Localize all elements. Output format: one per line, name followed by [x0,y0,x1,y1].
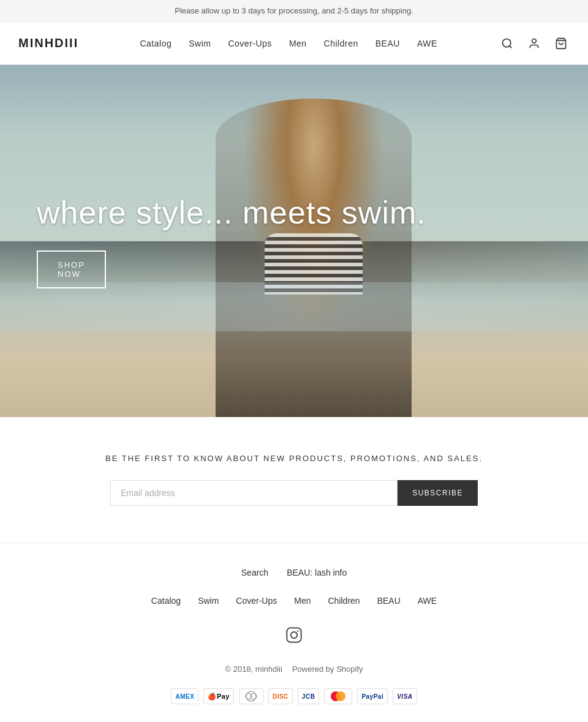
svg-point-6 [297,630,298,631]
shop-btn-line1: SHOP [58,260,85,269]
search-button[interactable] [499,35,516,52]
payment-apple-pay: 🍎Pay [203,688,234,704]
svg-point-7 [246,691,256,701]
payment-jcb: JCB [298,688,320,704]
nav-catalog[interactable]: Catalog [140,39,172,48]
search-icon [501,37,513,50]
shop-btn-line2: NOW [58,269,81,279]
hero-water [0,282,588,331]
email-input[interactable] [110,480,398,506]
svg-rect-4 [287,628,301,642]
header-icons [499,35,570,52]
mastercard-icon [328,690,348,702]
nav-awe[interactable]: AWE [417,39,437,48]
payment-amex: AMEX [171,688,198,704]
hero-section: where style... meets swim. SHOP NOW [0,65,588,417]
nav-swim[interactable]: Swim [189,39,211,48]
hero-content: where style... meets swim. SHOP NOW [0,194,588,288]
payment-paypal: PayPal [357,688,388,704]
login-button[interactable] [526,35,543,52]
payment-diners [239,688,263,704]
copyright-text: © 2018, minhdiii [225,664,282,674]
site-footer: Search BEAU: lash info Catalog Swim Cove… [0,543,588,722]
footer-nav-men[interactable]: Men [294,596,311,606]
announcement-bar: Please allow up to 3 days for processing… [0,0,588,22]
payment-icons: AMEX 🍎Pay DISC JCB PayPal VISA [12,688,576,704]
person-icon [528,37,540,50]
nav-men[interactable]: Men [289,39,307,48]
hero-title: where style... meets swim. [37,194,551,231]
site-logo[interactable]: MINHDIII [18,36,78,50]
cart-icon [555,37,567,50]
payment-discover: DISC [268,688,293,704]
footer-link-search[interactable]: Search [241,568,268,577]
instagram-icon [285,626,303,644]
footer-bottom-links: Catalog Swim Cover-Ups Men Children BEAU… [12,596,576,606]
footer-nav-catalog[interactable]: Catalog [151,596,181,606]
nav-children[interactable]: Children [324,39,358,48]
social-icons [12,624,576,646]
site-header: MINHDIII Catalog Swim Cover-Ups Men Chil… [0,22,588,65]
cart-button[interactable] [552,35,570,52]
svg-line-1 [510,45,512,48]
footer-nav-children[interactable]: Children [328,596,360,606]
svg-point-0 [503,39,511,47]
nav-beau[interactable]: BEAU [375,39,400,48]
shop-now-button[interactable]: SHOP NOW [37,250,106,288]
footer-nav-beau[interactable]: BEAU [377,596,401,606]
main-nav: Catalog Swim Cover-Ups Men Children BEAU… [140,39,437,48]
payment-visa: VISA [393,688,417,704]
footer-copyright: © 2018, minhdiii Powered by Shopify [12,664,576,674]
instagram-link[interactable] [283,624,305,646]
newsletter-form: SUBSCRIBE [110,480,478,506]
svg-point-11 [336,691,345,701]
footer-top-links: Search BEAU: lash info [12,568,576,577]
footer-nav-awe[interactable]: AWE [418,596,437,606]
svg-point-5 [291,632,298,639]
footer-nav-swim[interactable]: Swim [198,596,219,606]
payment-mastercard [324,688,352,704]
newsletter-title: BE THE FIRST TO KNOW ABOUT NEW PRODUCTS,… [12,454,576,463]
powered-by-shopify[interactable]: Powered by Shopify [292,664,363,674]
announcement-text: Please allow up to 3 days for processing… [175,6,413,15]
subscribe-button[interactable]: SUBSCRIBE [398,480,478,506]
footer-nav-cover-ups[interactable]: Cover-Ups [236,596,277,606]
footer-link-beau-lash[interactable]: BEAU: lash info [287,568,347,577]
diners-icon [243,691,259,702]
newsletter-section: BE THE FIRST TO KNOW ABOUT NEW PRODUCTS,… [0,417,588,543]
svg-point-2 [532,39,537,43]
nav-cover-ups[interactable]: Cover-Ups [228,39,271,48]
